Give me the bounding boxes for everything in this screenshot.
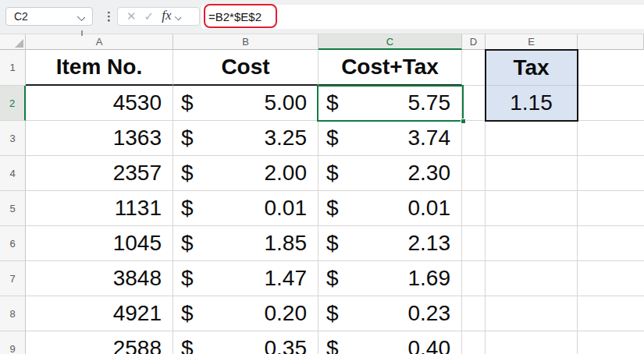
cell-a3[interactable]: 1363 bbox=[26, 121, 173, 156]
cell-f3[interactable] bbox=[578, 121, 644, 156]
cell-c7[interactable]: $1.69 bbox=[318, 261, 462, 296]
row-header-2[interactable]: 2 bbox=[0, 86, 26, 121]
cell-c8[interactable]: $0.23 bbox=[318, 296, 462, 331]
cell-a6[interactable]: 1045 bbox=[26, 226, 173, 261]
currency-symbol: $ bbox=[318, 301, 339, 326]
cell-f8[interactable] bbox=[578, 296, 644, 331]
row-header-6[interactable]: 6 bbox=[0, 226, 26, 261]
row-header-1[interactable]: 1 bbox=[0, 50, 26, 86]
currency-symbol: $ bbox=[173, 336, 194, 354]
cell-b4[interactable]: $2.00 bbox=[173, 156, 318, 191]
cell-a8[interactable]: 4921 bbox=[26, 296, 173, 331]
currency-symbol: $ bbox=[173, 161, 194, 186]
row-header-3[interactable]: 3 bbox=[0, 121, 26, 156]
name-box[interactable]: C2 bbox=[5, 7, 93, 26]
cell-f9[interactable] bbox=[578, 331, 644, 354]
cell-d1[interactable] bbox=[462, 50, 486, 86]
formula-text: =B2*$E$2 bbox=[201, 10, 262, 23]
cell-b9[interactable]: $0.35 bbox=[173, 331, 318, 354]
sheet-row-5: 5 1131 $0.01 $0.01 bbox=[0, 191, 644, 226]
formula-toolbar: C2 ⋮ ✕ ✓ fx =B2*$E$2 bbox=[0, 0, 644, 34]
cell-e6[interactable] bbox=[486, 226, 578, 261]
cell-e3[interactable] bbox=[486, 121, 578, 156]
cell-f6[interactable] bbox=[578, 226, 644, 261]
sheet-row-2: 2 4530 $5.00 $5.75 1.15 bbox=[0, 86, 644, 121]
currency-symbol: $ bbox=[318, 196, 339, 221]
sheet-row-8: 8 4921 $0.20 $0.23 bbox=[0, 296, 644, 331]
cell-f2[interactable] bbox=[578, 86, 644, 121]
currency-symbol: $ bbox=[173, 126, 194, 150]
cell-e4[interactable] bbox=[486, 156, 578, 191]
cell-b3[interactable]: $3.25 bbox=[173, 121, 318, 156]
cell-d4[interactable] bbox=[462, 156, 486, 191]
cell-f5[interactable] bbox=[578, 191, 644, 226]
enter-icon[interactable]: ✓ bbox=[143, 9, 161, 23]
cell-e7[interactable] bbox=[486, 261, 578, 296]
currency-symbol: $ bbox=[318, 90, 339, 115]
cell-f1[interactable] bbox=[578, 50, 644, 86]
cell-e9[interactable] bbox=[486, 331, 578, 354]
chevron-down-icon[interactable] bbox=[78, 13, 85, 20]
insert-function-icon[interactable]: fx bbox=[160, 8, 173, 25]
cell-b1[interactable]: Cost bbox=[173, 50, 318, 86]
cell-d7[interactable] bbox=[462, 261, 486, 296]
cell-f4[interactable] bbox=[578, 156, 644, 191]
select-all-triangle-icon bbox=[15, 39, 23, 48]
cell-a9[interactable]: 2588 bbox=[26, 331, 173, 354]
cell-e2[interactable]: 1.15 bbox=[486, 86, 578, 121]
currency-symbol: $ bbox=[173, 196, 194, 221]
sheet-row-6: 6 1045 $1.85 $2.13 bbox=[0, 226, 644, 261]
cell-b8[interactable]: $0.20 bbox=[173, 296, 318, 331]
column-header-a[interactable]: A bbox=[26, 34, 173, 50]
cell-b2[interactable]: $5.00 bbox=[173, 86, 318, 121]
column-header-c[interactable]: C bbox=[318, 34, 462, 50]
cell-c3[interactable]: $3.74 bbox=[318, 121, 462, 156]
cell-a5[interactable]: 1131 bbox=[26, 191, 173, 226]
row-header-5[interactable]: 5 bbox=[0, 191, 26, 226]
cell-d8[interactable] bbox=[462, 296, 486, 331]
cell-d3[interactable] bbox=[462, 121, 486, 156]
row-header-7[interactable]: 7 bbox=[0, 261, 26, 296]
more-options-icon[interactable]: ⋮ bbox=[103, 9, 115, 24]
currency-symbol: $ bbox=[318, 231, 339, 256]
cell-e8[interactable] bbox=[486, 296, 578, 331]
sheet-row-9: 9 2588 $0.35 $0.40 bbox=[0, 331, 644, 354]
cell-a2[interactable]: 4530 bbox=[26, 86, 173, 121]
cell-d2[interactable] bbox=[462, 86, 486, 121]
select-all-corner[interactable] bbox=[0, 34, 26, 50]
cell-d5[interactable] bbox=[462, 191, 486, 226]
cell-c4[interactable]: $2.30 bbox=[318, 156, 462, 191]
cell-c5[interactable]: $0.01 bbox=[318, 191, 462, 226]
chevron-down-icon[interactable] bbox=[176, 13, 182, 19]
cell-e5[interactable] bbox=[486, 191, 578, 226]
row-header-9[interactable]: 9 bbox=[0, 331, 26, 354]
row-header-8[interactable]: 8 bbox=[0, 296, 26, 331]
cell-c9[interactable]: $0.40 bbox=[318, 331, 462, 354]
row-header-4[interactable]: 4 bbox=[0, 156, 26, 191]
cell-c2-selected[interactable]: $5.75 bbox=[318, 86, 462, 121]
currency-symbol: $ bbox=[318, 126, 339, 150]
spreadsheet-app: C2 ⋮ ✕ ✓ fx =B2*$E$2 A B C D E 1 bbox=[0, 0, 644, 354]
cell-c6[interactable]: $2.13 bbox=[318, 226, 462, 261]
currency-symbol: $ bbox=[173, 266, 194, 291]
column-header-b[interactable]: B bbox=[173, 34, 318, 50]
cell-a7[interactable]: 3848 bbox=[26, 261, 173, 296]
cell-f7[interactable] bbox=[578, 261, 644, 296]
column-header-e[interactable]: E bbox=[486, 34, 578, 50]
cell-a1[interactable]: Item No. bbox=[26, 50, 173, 86]
cell-a4[interactable]: 2357 bbox=[26, 156, 173, 191]
cancel-icon[interactable]: ✕ bbox=[118, 9, 143, 23]
formula-bar[interactable]: =B2*$E$2 bbox=[201, 5, 644, 29]
cell-b6[interactable]: $1.85 bbox=[173, 226, 318, 261]
currency-symbol: $ bbox=[318, 161, 339, 186]
column-header-f[interactable] bbox=[578, 34, 644, 50]
sheet-grid: A B C D E 1 Item No. Cost Cost+Tax Tax 2… bbox=[0, 34, 644, 354]
column-header-d[interactable]: D bbox=[462, 34, 486, 50]
cell-e1[interactable]: Tax bbox=[486, 50, 578, 86]
cell-d6[interactable] bbox=[462, 226, 486, 261]
cell-b5[interactable]: $0.01 bbox=[173, 191, 318, 226]
cell-b7[interactable]: $1.47 bbox=[173, 261, 318, 296]
formula-controls: ✕ ✓ fx bbox=[117, 7, 200, 26]
cell-c1[interactable]: Cost+Tax bbox=[318, 50, 462, 86]
cell-d9[interactable] bbox=[462, 331, 486, 354]
